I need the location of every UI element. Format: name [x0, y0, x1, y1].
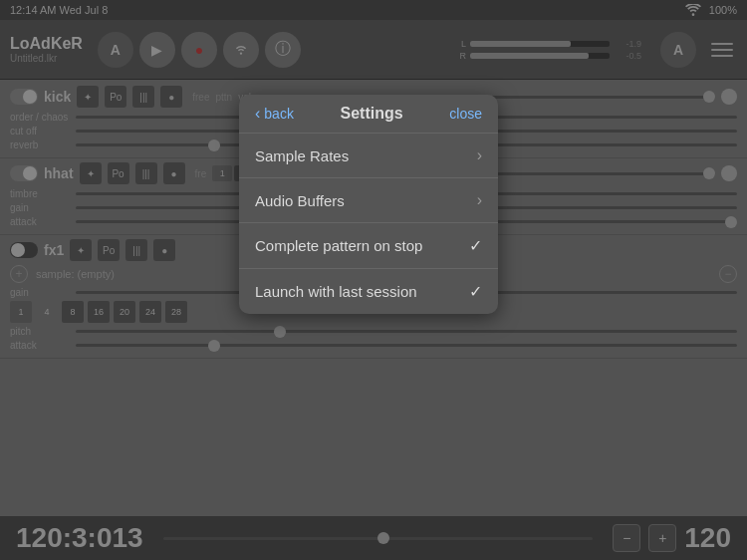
settings-item-sample-rates[interactable]: Sample Rates ›	[239, 134, 498, 178]
settings-item-sample-rates-label: Sample Rates	[255, 147, 349, 164]
settings-item-launch-last-session-check: ✓	[469, 282, 482, 301]
settings-item-complete-pattern-label: Complete pattern on stop	[255, 237, 422, 254]
settings-item-launch-last-session-label: Launch with last session	[255, 283, 417, 300]
settings-item-complete-pattern-check: ✓	[469, 236, 482, 255]
settings-back-button[interactable]: ‹ back	[255, 105, 294, 123]
settings-item-audio-buffers-label: Audio Buffers	[255, 192, 345, 209]
settings-item-sample-rates-chevron: ›	[477, 146, 482, 164]
settings-title: Settings	[341, 105, 403, 123]
settings-item-launch-last-session[interactable]: Launch with last session ✓	[239, 269, 498, 314]
settings-item-complete-pattern[interactable]: Complete pattern on stop ✓	[239, 223, 498, 269]
settings-panel: ‹ back Settings close Sample Rates › Aud…	[239, 95, 498, 314]
back-chevron-icon: ‹	[255, 105, 260, 123]
settings-close-button[interactable]: close	[449, 106, 482, 122]
settings-header: ‹ back Settings close	[239, 95, 498, 134]
settings-back-label: back	[264, 106, 294, 122]
settings-item-audio-buffers-chevron: ›	[477, 191, 482, 209]
settings-item-audio-buffers[interactable]: Audio Buffers ›	[239, 178, 498, 223]
